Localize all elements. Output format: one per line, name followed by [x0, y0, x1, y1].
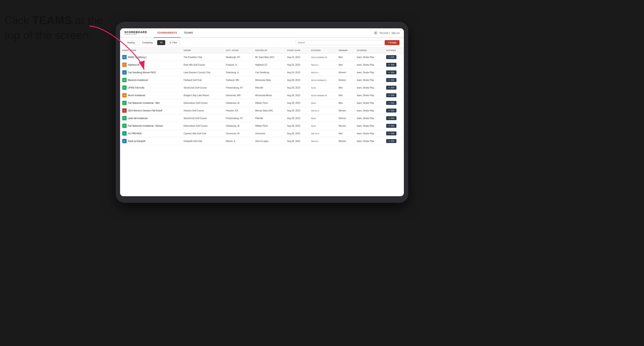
cell-city-3: Faribault, MN — [224, 76, 253, 84]
filter-button[interactable]: ☰ Filter — [167, 40, 180, 45]
edit-button-10[interactable]: ✏ Edit — [386, 132, 396, 135]
table-row: U UPIKE Fall Invite StoneCrest Golf Cour… — [120, 84, 404, 92]
table-row: C Carl Sandburg Women FA23 Lake Bracken … — [120, 69, 404, 76]
cell-venue-0: The Powelton Club — [182, 53, 224, 61]
edit-button-0[interactable]: ✏ Edit — [386, 55, 396, 59]
cell-scoring-7: team, Stroke Play — [355, 107, 384, 115]
table-row: F Fall Statesmen Invitational - Men Edmu… — [120, 99, 404, 107]
cell-date-1: Aug 25, 2023 — [285, 61, 309, 69]
gear-icon[interactable]: ⚙ — [374, 31, 378, 35]
all-button[interactable]: All — [157, 40, 165, 45]
event-name-text-10: VU PREVIEW — [128, 132, 142, 135]
cell-gender-11: Women — [336, 137, 355, 145]
cell-actions-6: ✏ Edit — [384, 99, 404, 107]
event-name-text-0: MSMC Qualifying 1 — [128, 56, 147, 58]
cell-city-0: Newburgh, NY — [224, 53, 253, 61]
cell-venue-6: Edmundson Golf Course — [182, 99, 224, 107]
cell-actions-2: ✏ Edit — [384, 69, 404, 76]
team-logo-1: H — [122, 63, 126, 67]
nav-tabs: TOURNAMENTS TEAMS — [154, 28, 374, 38]
cell-gender-5: Men — [336, 92, 355, 99]
cell-actions-11: ✏ Edit — [384, 137, 404, 145]
cell-actions-4: ✏ Edit — [384, 84, 404, 92]
edit-button-8[interactable]: ✏ Edit — [386, 116, 396, 120]
cell-gender-0: Men — [336, 53, 355, 61]
team-logo-7: 2 — [122, 108, 126, 113]
cell-division-9: NAIA — [309, 122, 336, 130]
cell-date-9: Aug 28, 2023 — [285, 122, 309, 130]
edit-icon-9: ✏ — [388, 125, 390, 127]
edit-button-3[interactable]: ✏ Edit — [386, 78, 396, 82]
cell-venue-8: StoneCrest Golf Course — [182, 115, 224, 122]
cell-venue-11: Kokopelli Golf Club — [182, 137, 224, 145]
edit-button-4[interactable]: ✏ Edit — [386, 86, 396, 90]
cell-venue-4: StoneCrest Golf Course — [182, 84, 224, 92]
search-box — [296, 40, 383, 45]
competing-button[interactable]: Competing — [139, 40, 156, 45]
edit-button-2[interactable]: ✏ Edit — [386, 70, 396, 74]
cell-scoring-11: team, Stroke Play — [355, 137, 384, 145]
edit-icon-2: ✏ — [388, 71, 390, 73]
cell-division-5: NCAA Division III — [309, 92, 336, 99]
nav-right: ⚙ Test User | Sign out — [374, 31, 400, 35]
tab-teams[interactable]: TEAMS — [180, 28, 196, 38]
tablet-screen: SCOREBOARD Powered by clippit TOURNAMENT… — [120, 28, 404, 196]
event-name-text-7: 2023 Women's Hesston Fall Kickoff — [128, 109, 162, 112]
edit-icon-11: ✏ — [388, 140, 390, 142]
cell-date-2: Aug 26, 2023 — [285, 69, 309, 76]
cell-scoring-9: team, Stroke Play — [355, 122, 384, 130]
user-text: Test User | — [380, 32, 390, 34]
table-row: M Morris Invitational Ruttger's Bay Lake… — [120, 92, 404, 99]
col-header-division: DIVISION — [309, 47, 336, 53]
cell-event-name-3: M Maverick Invitational — [120, 76, 182, 84]
search-input[interactable] — [296, 40, 383, 45]
sign-out-link[interactable]: Sign out — [392, 32, 400, 34]
cell-venue-2: Lake Bracken Country Club — [182, 69, 224, 76]
cell-gender-4: Men — [336, 84, 355, 92]
cell-date-11: Aug 28, 2023 — [285, 137, 309, 145]
create-button[interactable]: + Create — [385, 40, 400, 45]
cell-division-0: NCAA Division III — [309, 53, 336, 61]
edit-button-11[interactable]: ✏ Edit — [386, 139, 396, 143]
event-name-text-2: Carl Sandburg Women FA23 — [128, 71, 156, 74]
edit-icon-3: ✏ — [388, 79, 390, 81]
team-logo-2: C — [122, 70, 126, 75]
cell-scoring-0: team, Stroke Play — [355, 53, 384, 61]
edit-icon-1: ✏ — [388, 64, 390, 66]
cell-event-name-1: H Highland 36 — [120, 61, 182, 69]
filter-bar: Hosting Competing All ☰ Filter + Create — [120, 38, 404, 47]
tab-tournaments[interactable]: TOURNAMENTS — [154, 28, 180, 38]
event-name-text-1: Highland 36 — [128, 64, 140, 66]
cell-hosted-5: Minnesota-Morris — [253, 92, 285, 99]
hosting-button[interactable]: Hosting — [124, 40, 138, 45]
cell-actions-5: ✏ Edit — [384, 92, 404, 99]
edit-button-6[interactable]: ✏ Edit — [386, 101, 396, 105]
table-row: V VU PREVIEW Cypress Hills Golf Club Vin… — [120, 130, 404, 137]
cell-date-6: Aug 28, 2023 — [285, 99, 309, 107]
team-logo-5: M — [122, 93, 126, 97]
edit-button-1[interactable]: ✏ Edit — [386, 63, 396, 67]
tournaments-table: EVENT NAME VENUE CITY, STATE HOSTED BY S… — [120, 47, 404, 145]
col-header-city-state: CITY, STATE — [224, 47, 253, 53]
table-row: F Fall Statesmen Invitational - Women Ed… — [120, 122, 404, 130]
cell-gender-10: Men — [336, 130, 355, 137]
team-logo-9: F — [122, 124, 126, 128]
edit-button-7[interactable]: ✏ Edit — [386, 109, 396, 113]
team-logo-6: F — [122, 101, 126, 105]
edit-button-5[interactable]: ✏ Edit — [386, 93, 396, 97]
cell-city-2: Galesburg, IL — [224, 69, 253, 76]
cell-hosted-0: Mt. Saint Mary (NY) — [253, 53, 285, 61]
cell-scoring-2: team, Stroke Play — [355, 69, 384, 76]
cell-date-8: Aug 28, 2023 — [285, 115, 309, 122]
cell-date-4: Aug 28, 2023 — [285, 84, 309, 92]
cell-division-8: NAIA — [309, 115, 336, 122]
cell-event-name-4: U UPIKE Fall Invite — [120, 84, 182, 92]
col-header-venue: VENUE — [182, 47, 224, 53]
cell-hosted-11: John A Logan — [253, 137, 285, 145]
cell-city-7: Hesston, KS — [224, 107, 253, 115]
cell-hosted-9: William Penn — [253, 122, 285, 130]
cell-city-8: Prestonsburg, KY — [224, 115, 253, 122]
edit-button-9[interactable]: ✏ Edit — [386, 124, 396, 128]
team-logo-10: V — [122, 131, 126, 136]
team-logo-3: M — [122, 78, 126, 82]
